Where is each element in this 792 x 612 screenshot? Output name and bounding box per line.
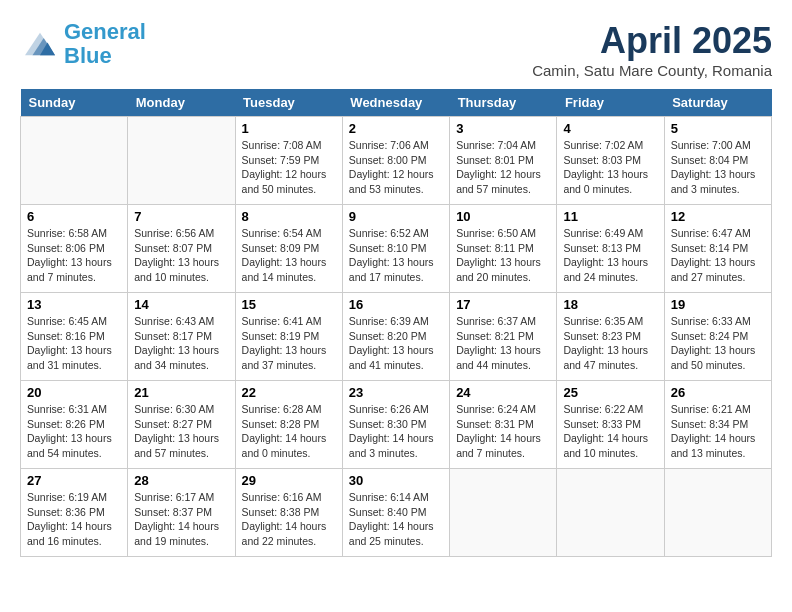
day-number: 8: [242, 209, 336, 224]
logo-icon: [20, 29, 60, 59]
calendar-cell: 26Sunrise: 6:21 AM Sunset: 8:34 PM Dayli…: [664, 381, 771, 469]
weekday-header-thursday: Thursday: [450, 89, 557, 117]
day-number: 16: [349, 297, 443, 312]
logo-text: General Blue: [64, 20, 146, 68]
day-info: Sunrise: 6:45 AM Sunset: 8:16 PM Dayligh…: [27, 314, 121, 373]
weekday-header-tuesday: Tuesday: [235, 89, 342, 117]
day-number: 12: [671, 209, 765, 224]
weekday-header-friday: Friday: [557, 89, 664, 117]
week-row-3: 13Sunrise: 6:45 AM Sunset: 8:16 PM Dayli…: [21, 293, 772, 381]
calendar-cell: 17Sunrise: 6:37 AM Sunset: 8:21 PM Dayli…: [450, 293, 557, 381]
day-info: Sunrise: 6:26 AM Sunset: 8:30 PM Dayligh…: [349, 402, 443, 461]
day-info: Sunrise: 6:33 AM Sunset: 8:24 PM Dayligh…: [671, 314, 765, 373]
weekday-header-sunday: Sunday: [21, 89, 128, 117]
day-number: 24: [456, 385, 550, 400]
day-info: Sunrise: 6:43 AM Sunset: 8:17 PM Dayligh…: [134, 314, 228, 373]
day-number: 30: [349, 473, 443, 488]
day-number: 23: [349, 385, 443, 400]
day-info: Sunrise: 7:00 AM Sunset: 8:04 PM Dayligh…: [671, 138, 765, 197]
day-number: 6: [27, 209, 121, 224]
day-info: Sunrise: 7:06 AM Sunset: 8:00 PM Dayligh…: [349, 138, 443, 197]
calendar-cell: 13Sunrise: 6:45 AM Sunset: 8:16 PM Dayli…: [21, 293, 128, 381]
day-info: Sunrise: 7:08 AM Sunset: 7:59 PM Dayligh…: [242, 138, 336, 197]
week-row-5: 27Sunrise: 6:19 AM Sunset: 8:36 PM Dayli…: [21, 469, 772, 557]
calendar-cell: 4Sunrise: 7:02 AM Sunset: 8:03 PM Daylig…: [557, 117, 664, 205]
day-info: Sunrise: 6:28 AM Sunset: 8:28 PM Dayligh…: [242, 402, 336, 461]
day-number: 7: [134, 209, 228, 224]
day-number: 13: [27, 297, 121, 312]
calendar-cell: 14Sunrise: 6:43 AM Sunset: 8:17 PM Dayli…: [128, 293, 235, 381]
calendar-cell: 12Sunrise: 6:47 AM Sunset: 8:14 PM Dayli…: [664, 205, 771, 293]
logo: General Blue: [20, 20, 146, 68]
weekday-header-row: SundayMondayTuesdayWednesdayThursdayFrid…: [21, 89, 772, 117]
calendar-cell: 28Sunrise: 6:17 AM Sunset: 8:37 PM Dayli…: [128, 469, 235, 557]
calendar-cell: [21, 117, 128, 205]
day-info: Sunrise: 7:02 AM Sunset: 8:03 PM Dayligh…: [563, 138, 657, 197]
week-row-4: 20Sunrise: 6:31 AM Sunset: 8:26 PM Dayli…: [21, 381, 772, 469]
calendar-cell: 25Sunrise: 6:22 AM Sunset: 8:33 PM Dayli…: [557, 381, 664, 469]
day-info: Sunrise: 6:16 AM Sunset: 8:38 PM Dayligh…: [242, 490, 336, 549]
day-info: Sunrise: 6:22 AM Sunset: 8:33 PM Dayligh…: [563, 402, 657, 461]
day-info: Sunrise: 6:21 AM Sunset: 8:34 PM Dayligh…: [671, 402, 765, 461]
calendar-cell: 22Sunrise: 6:28 AM Sunset: 8:28 PM Dayli…: [235, 381, 342, 469]
calendar-cell: 24Sunrise: 6:24 AM Sunset: 8:31 PM Dayli…: [450, 381, 557, 469]
calendar-cell: 21Sunrise: 6:30 AM Sunset: 8:27 PM Dayli…: [128, 381, 235, 469]
calendar-cell: [557, 469, 664, 557]
calendar-cell: 7Sunrise: 6:56 AM Sunset: 8:07 PM Daylig…: [128, 205, 235, 293]
day-info: Sunrise: 6:37 AM Sunset: 8:21 PM Dayligh…: [456, 314, 550, 373]
day-number: 15: [242, 297, 336, 312]
day-info: Sunrise: 6:50 AM Sunset: 8:11 PM Dayligh…: [456, 226, 550, 285]
day-number: 14: [134, 297, 228, 312]
calendar-cell: 10Sunrise: 6:50 AM Sunset: 8:11 PM Dayli…: [450, 205, 557, 293]
day-number: 22: [242, 385, 336, 400]
day-info: Sunrise: 6:19 AM Sunset: 8:36 PM Dayligh…: [27, 490, 121, 549]
day-number: 3: [456, 121, 550, 136]
logo-general: General: [64, 19, 146, 44]
calendar-cell: 15Sunrise: 6:41 AM Sunset: 8:19 PM Dayli…: [235, 293, 342, 381]
calendar-cell: 19Sunrise: 6:33 AM Sunset: 8:24 PM Dayli…: [664, 293, 771, 381]
day-number: 17: [456, 297, 550, 312]
day-number: 1: [242, 121, 336, 136]
day-info: Sunrise: 6:49 AM Sunset: 8:13 PM Dayligh…: [563, 226, 657, 285]
calendar-cell: 16Sunrise: 6:39 AM Sunset: 8:20 PM Dayli…: [342, 293, 449, 381]
day-info: Sunrise: 7:04 AM Sunset: 8:01 PM Dayligh…: [456, 138, 550, 197]
title-block: April 2025 Camin, Satu Mare County, Roma…: [532, 20, 772, 79]
day-number: 4: [563, 121, 657, 136]
day-number: 11: [563, 209, 657, 224]
calendar-cell: 30Sunrise: 6:14 AM Sunset: 8:40 PM Dayli…: [342, 469, 449, 557]
calendar-cell: 18Sunrise: 6:35 AM Sunset: 8:23 PM Dayli…: [557, 293, 664, 381]
calendar-cell: 9Sunrise: 6:52 AM Sunset: 8:10 PM Daylig…: [342, 205, 449, 293]
day-number: 21: [134, 385, 228, 400]
calendar-cell: 2Sunrise: 7:06 AM Sunset: 8:00 PM Daylig…: [342, 117, 449, 205]
day-info: Sunrise: 6:39 AM Sunset: 8:20 PM Dayligh…: [349, 314, 443, 373]
day-info: Sunrise: 6:30 AM Sunset: 8:27 PM Dayligh…: [134, 402, 228, 461]
calendar-cell: 1Sunrise: 7:08 AM Sunset: 7:59 PM Daylig…: [235, 117, 342, 205]
month-title: April 2025: [532, 20, 772, 62]
day-number: 27: [27, 473, 121, 488]
weekday-header-wednesday: Wednesday: [342, 89, 449, 117]
day-number: 9: [349, 209, 443, 224]
calendar-cell: 29Sunrise: 6:16 AM Sunset: 8:38 PM Dayli…: [235, 469, 342, 557]
day-info: Sunrise: 6:52 AM Sunset: 8:10 PM Dayligh…: [349, 226, 443, 285]
page-header: General Blue April 2025 Camin, Satu Mare…: [20, 20, 772, 79]
day-number: 18: [563, 297, 657, 312]
day-info: Sunrise: 6:17 AM Sunset: 8:37 PM Dayligh…: [134, 490, 228, 549]
weekday-header-monday: Monday: [128, 89, 235, 117]
day-info: Sunrise: 6:58 AM Sunset: 8:06 PM Dayligh…: [27, 226, 121, 285]
day-info: Sunrise: 6:47 AM Sunset: 8:14 PM Dayligh…: [671, 226, 765, 285]
calendar-cell: 20Sunrise: 6:31 AM Sunset: 8:26 PM Dayli…: [21, 381, 128, 469]
week-row-1: 1Sunrise: 7:08 AM Sunset: 7:59 PM Daylig…: [21, 117, 772, 205]
day-number: 20: [27, 385, 121, 400]
calendar-cell: [664, 469, 771, 557]
calendar-cell: 27Sunrise: 6:19 AM Sunset: 8:36 PM Dayli…: [21, 469, 128, 557]
day-info: Sunrise: 6:14 AM Sunset: 8:40 PM Dayligh…: [349, 490, 443, 549]
calendar-cell: 6Sunrise: 6:58 AM Sunset: 8:06 PM Daylig…: [21, 205, 128, 293]
day-info: Sunrise: 6:31 AM Sunset: 8:26 PM Dayligh…: [27, 402, 121, 461]
calendar-cell: 5Sunrise: 7:00 AM Sunset: 8:04 PM Daylig…: [664, 117, 771, 205]
day-info: Sunrise: 6:54 AM Sunset: 8:09 PM Dayligh…: [242, 226, 336, 285]
day-number: 2: [349, 121, 443, 136]
calendar-cell: [128, 117, 235, 205]
week-row-2: 6Sunrise: 6:58 AM Sunset: 8:06 PM Daylig…: [21, 205, 772, 293]
day-info: Sunrise: 6:41 AM Sunset: 8:19 PM Dayligh…: [242, 314, 336, 373]
logo-blue: Blue: [64, 43, 112, 68]
